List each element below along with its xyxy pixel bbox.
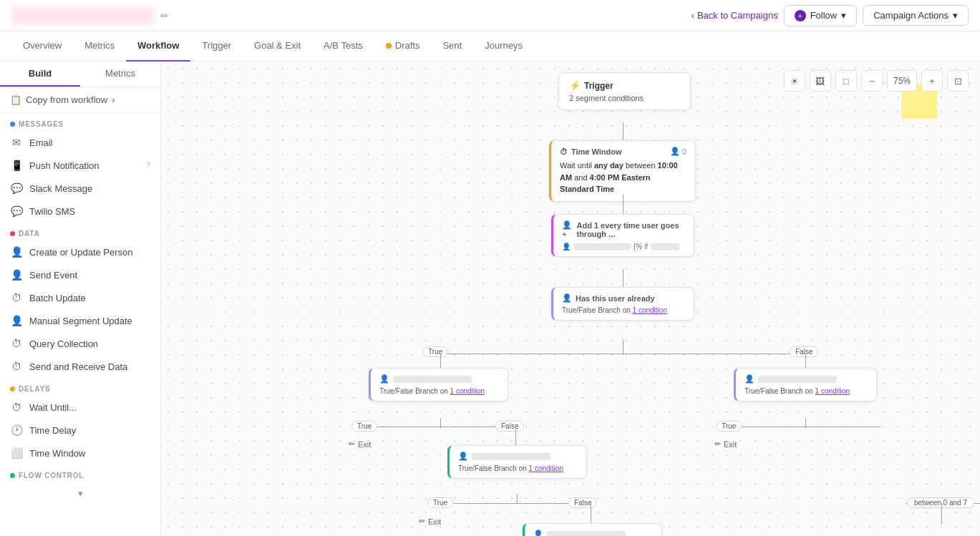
copy-icon: 📋 xyxy=(10,94,21,105)
manual-segment-icon: 👤 xyxy=(10,315,23,326)
h-connector-3 xyxy=(730,427,880,427)
tab-ab-tests[interactable]: A/B Tests xyxy=(312,31,374,62)
branch-mid-condition: True/False Branch on 1 condition xyxy=(458,464,578,472)
branch-node-1[interactable]: 👤 Has this user already True/False Branc… xyxy=(551,287,694,321)
sidebar-item-push-notification[interactable]: 📱 Push Notification ? xyxy=(0,154,160,177)
connector-14 xyxy=(941,503,942,525)
sidebar-item-twilio[interactable]: 💬 Twilio SMS xyxy=(0,200,160,223)
tab-workflow[interactable]: Workflow xyxy=(126,31,190,62)
exit-deep: ✏ Exit xyxy=(419,517,441,526)
follow-chevron-icon: ▾ xyxy=(841,10,846,21)
section-messages: MESSAGES xyxy=(0,113,160,131)
zoom-out-button[interactable]: − xyxy=(861,70,883,92)
branch-left-blurred xyxy=(393,376,472,383)
sidebar-item-time-window[interactable]: ⬜ Time Window xyxy=(0,442,160,464)
tab-metrics[interactable]: Metrics xyxy=(73,31,126,62)
person-add-icon: 👤+ xyxy=(562,220,573,238)
time-delay-icon: 🕐 xyxy=(10,424,23,436)
sidebar-item-batch-update[interactable]: ⏱ Batch Update xyxy=(0,286,160,309)
branch-node-right[interactable]: 👤 True/False Branch on 1 condition xyxy=(734,368,877,401)
true-label-1: True xyxy=(422,346,448,357)
tab-sent[interactable]: Sent xyxy=(431,31,473,62)
trigger-header: ⚡ Trigger xyxy=(569,80,680,91)
topbar: ✏ ‹ Back to Campaigns + Follow ▾ Campaig… xyxy=(0,0,980,31)
sidebar-item-email[interactable]: ✉ Email xyxy=(0,131,160,154)
branch-node-mid[interactable]: 👤 True/False Branch on 1 condition xyxy=(447,445,587,479)
branch1-condition: True/False Branch on 1 condition xyxy=(562,306,685,314)
campaign-title xyxy=(11,7,155,24)
section-data: DATA xyxy=(0,223,160,240)
branch1-condition-link[interactable]: 1 condition xyxy=(633,306,667,314)
h-connector-2 xyxy=(365,427,515,427)
trigger-bolt-icon: ⚡ xyxy=(569,80,581,91)
time-window-icon: ⬜ xyxy=(10,447,23,459)
clock-icon: ⏱ xyxy=(560,147,568,156)
image-icon[interactable]: 🖼 xyxy=(810,70,831,92)
connector-8 xyxy=(515,427,516,447)
person-icon: 👤 xyxy=(10,246,23,258)
batch-update-icon: ⏱ xyxy=(10,292,23,303)
tab-journeys[interactable]: Journeys xyxy=(473,31,534,62)
sidebar: Build Metrics 📋 Copy from workflow › MES… xyxy=(0,62,161,536)
exit-icon-right: ✏ xyxy=(714,439,721,449)
sidebar-item-query-collection[interactable]: ⏱ Query Collection xyxy=(0,332,160,355)
connector-2 xyxy=(623,194,624,214)
topbar-right: ‹ Back to Campaigns + Follow ▾ Campaign … xyxy=(692,5,969,26)
back-label: Back to Campaigns xyxy=(697,10,778,21)
time-window-node[interactable]: ⏱ Time Window 👤 0 Wait until any day bet… xyxy=(549,140,696,202)
campaign-actions-chevron-icon: ▾ xyxy=(953,10,958,21)
tab-trigger[interactable]: Trigger xyxy=(190,31,243,62)
copy-label: Copy from workflow xyxy=(26,94,107,105)
sidebar-tabs: Build Metrics xyxy=(0,62,160,87)
sidebar-item-create-update-person[interactable]: 👤 Create or Update Person xyxy=(0,240,160,263)
query-collection-icon: ⏱ xyxy=(10,338,23,349)
layers-icon[interactable]: □ xyxy=(835,70,857,92)
back-to-campaigns-button[interactable]: ‹ Back to Campaigns xyxy=(692,10,778,21)
follow-button[interactable]: + Follow ▾ xyxy=(784,5,858,26)
tab-drafts[interactable]: Drafts xyxy=(374,31,432,62)
branch-left-link[interactable]: 1 condition xyxy=(450,387,485,395)
branch-deep-icon: 👤 xyxy=(533,530,543,536)
sidebar-item-send-receive-data[interactable]: ⏱ Send and Receive Data xyxy=(0,355,160,378)
campaign-actions-label: Campaign Actions xyxy=(873,10,949,21)
sidebar-item-manual-segment[interactable]: 👤 Manual Segment Update xyxy=(0,309,160,332)
tab-overview[interactable]: Overview xyxy=(11,31,73,62)
add-node[interactable]: 👤+ Add 1 every time user goes through ..… xyxy=(551,214,694,257)
expand-flow-control[interactable]: ▾ xyxy=(0,482,160,505)
branch-right-link[interactable]: 1 condition xyxy=(815,387,850,395)
canvas[interactable]: ☀ 🖼 □ − 75% + ⊡ ⚡ Trigger 2 segment cond… xyxy=(161,62,980,536)
delays-dot xyxy=(10,386,15,391)
trigger-node[interactable]: ⚡ Trigger 2 segment conditions xyxy=(558,72,691,110)
exit-icon-left: ✏ xyxy=(349,439,355,449)
nav-tabs: Overview Metrics Workflow Trigger Goal &… xyxy=(0,31,980,62)
sidebar-tab-metrics[interactable]: Metrics xyxy=(80,62,160,87)
edit-icon[interactable]: ✏ xyxy=(160,10,169,21)
trigger-label: Trigger xyxy=(584,81,613,91)
fit-screen-button[interactable]: ⊡ xyxy=(947,70,969,92)
push-help-icon[interactable]: ? xyxy=(146,161,150,170)
sidebar-item-time-delay[interactable]: 🕐 Time Delay xyxy=(0,419,160,442)
range-label-1: between 0 and 7 xyxy=(907,497,974,508)
sidebar-tab-build[interactable]: Build xyxy=(0,62,80,87)
branch-node-left[interactable]: 👤 True/False Branch on 1 condition xyxy=(369,368,508,401)
campaign-actions-button[interactable]: Campaign Actions ▾ xyxy=(863,5,969,26)
sidebar-item-slack[interactable]: 💬 Slack Message xyxy=(0,177,160,200)
drafts-dot xyxy=(386,43,392,49)
sidebar-item-wait-until[interactable]: ⏱ Wait Until... xyxy=(0,396,160,419)
segment-icon: 👤 xyxy=(562,243,571,250)
tab-goal-exit[interactable]: Goal & Exit xyxy=(243,31,312,62)
branch-left-icon: 👤 xyxy=(379,374,389,384)
connector-11 xyxy=(517,494,518,504)
zoom-in-button[interactable]: + xyxy=(921,70,943,92)
sidebar-item-send-event[interactable]: 👤 Send Event xyxy=(0,263,160,286)
zoom-level: 75% xyxy=(887,70,917,92)
copy-from-workflow[interactable]: 📋 Copy from workflow › xyxy=(0,87,160,113)
branch1-label: Has this user already xyxy=(576,294,655,303)
blurred-field-2 xyxy=(651,243,679,250)
workflow-canvas: ⚡ Trigger 2 segment conditions ⏱ Time Wi… xyxy=(161,62,980,536)
branch-right-blurred xyxy=(758,376,837,383)
branch-node-deep[interactable]: 👤 True/False Branch on 1 condition xyxy=(523,523,662,536)
sun-icon[interactable]: ☀ xyxy=(784,70,805,92)
data-dot xyxy=(10,231,15,236)
branch-mid-link[interactable]: 1 condition xyxy=(529,464,563,472)
